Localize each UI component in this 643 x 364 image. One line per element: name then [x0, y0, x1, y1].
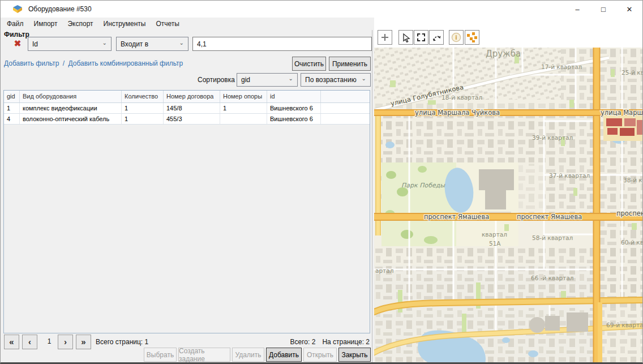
filter-section-label: Фильтр: [4, 31, 29, 38]
window-title: Оборудование #530: [28, 5, 92, 13]
total-pages-label: Всего страниц: 1: [96, 338, 148, 346]
menu-file[interactable]: Файл: [2, 18, 29, 29]
cell-quantity: 1: [122, 103, 164, 113]
info-icon[interactable]: i: [449, 30, 464, 45]
cell-contract: 145/8: [164, 103, 220, 113]
last-page-button[interactable]: »: [76, 335, 91, 349]
create-task-button: Создать задание: [178, 348, 230, 362]
map-label-q58: 58-й квартал: [532, 234, 573, 241]
remove-filter-icon[interactable]: ✖: [12, 38, 23, 49]
table-row[interactable]: 1 комплекс видеофиксации 1 145/8 1 Вишне…: [4, 103, 370, 114]
chevron-down-icon: ⌄: [102, 40, 107, 46]
map-label-park: Парк Победы: [401, 182, 445, 189]
menu-bar: Файл Импорт Экспорт Инструменты Отчеты: [1, 18, 372, 30]
next-page-button[interactable]: ›: [58, 335, 73, 349]
filter-field-value: Id: [32, 40, 38, 48]
map-label-q18: 18-й квартал: [441, 94, 482, 101]
first-page-button[interactable]: «: [4, 335, 19, 349]
map-label-q-left-cut: артал: [375, 267, 393, 274]
map-label-q39: 39-й квартал: [532, 134, 573, 141]
app-window: Оборудование #530 – □ ✕ Файл Импорт Эксп…: [0, 0, 643, 364]
cell-id: Вишневского 6: [267, 103, 321, 113]
map-label-yamasheva-2: проспект Ямашева: [517, 213, 582, 221]
select-button: Выбрать: [144, 348, 177, 362]
chevron-down-icon: ⌄: [362, 76, 366, 82]
maximize-button[interactable]: □: [590, 1, 616, 18]
map-label-q51-line2: 51А: [489, 240, 501, 247]
rect-select-icon[interactable]: [414, 30, 428, 45]
cell-type: комплекс видеофиксации: [20, 103, 122, 113]
map-label-q66: 66 -й квартал: [531, 275, 574, 281]
column-header-pole[interactable]: Номер опоры: [220, 91, 267, 102]
column-header-gid[interactable]: gid: [4, 91, 20, 102]
current-page: 1: [42, 337, 56, 345]
filter-field-dropdown[interactable]: Id ⌄: [28, 37, 112, 51]
minimize-button[interactable]: –: [564, 1, 590, 18]
column-header-quantity[interactable]: Количество: [122, 91, 164, 102]
map-label-q38: 38-й к: [623, 177, 642, 183]
clear-button[interactable]: Очистить: [292, 57, 326, 71]
column-header-filler: [321, 91, 370, 102]
link-separator: /: [61, 59, 66, 67]
table-row[interactable]: 4 волоконно-оптический кабель 1 455/3 Ви…: [4, 114, 370, 125]
map-canvas[interactable]: Дружба 17-й квартал 25-й кв улица Голубя…: [374, 48, 643, 364]
map-label-chuikova-right: улица Марш: [601, 109, 643, 117]
map-label-district: Дружба: [486, 49, 521, 59]
menu-tools[interactable]: Инструменты: [98, 18, 151, 29]
menu-export[interactable]: Экспорт: [62, 18, 98, 29]
apply-button[interactable]: Применить: [329, 57, 371, 71]
filter-value-input[interactable]: [192, 37, 372, 51]
data-panel: Фильтр ✖ Id ⌄ Входит в ⌄ Добавить фильтр…: [1, 30, 372, 364]
svg-text:i: i: [455, 35, 457, 41]
map-toolbar: i: [378, 30, 479, 45]
map-label-q17: 17-й квартал: [541, 63, 582, 70]
map-label-yamasheva-1: проспект Ямашева: [424, 213, 489, 221]
open-button: Открыть: [303, 348, 337, 362]
column-header-contract[interactable]: Номер договора: [164, 91, 220, 102]
curve-select-icon[interactable]: [429, 30, 444, 45]
map-label-q51-line1: квартал: [482, 231, 507, 238]
close-button[interactable]: ✕: [616, 1, 642, 18]
equipment-table: gid Вид оборудования Количество Номер до…: [3, 90, 370, 333]
cell-filler: [321, 103, 370, 113]
cell-contract: 455/3: [164, 114, 220, 124]
filter-operator-value: Входит в: [121, 40, 148, 48]
cell-gid: 1: [4, 103, 20, 113]
cell-quantity: 1: [122, 114, 164, 124]
sort-label: Сортировка: [198, 76, 234, 84]
prev-page-button[interactable]: ‹: [22, 335, 37, 349]
map-label-yamasheva-right: проспект Я: [616, 209, 643, 217]
fit-extent-icon[interactable]: [465, 30, 479, 45]
on-page-label: На странице: 2: [322, 338, 370, 346]
close-dialog-button[interactable]: Закрыть: [338, 348, 371, 362]
filter-links: Добавить фильтр / Добавить комбинированн…: [4, 59, 183, 67]
table-header: gid Вид оборудования Количество Номер до…: [4, 91, 370, 103]
add-combined-filter-link[interactable]: Добавить комбинированный фильтр: [68, 59, 183, 67]
delete-button: Удалить: [232, 348, 264, 362]
map-label-q60: 60-й кв: [621, 239, 643, 246]
cell-pole: [220, 114, 267, 124]
map-label-q25: 25-й кв: [621, 69, 643, 76]
menu-import[interactable]: Импорт: [29, 18, 63, 29]
cell-gid: 4: [4, 114, 20, 124]
cursor-select-icon[interactable]: [398, 30, 413, 45]
cell-filler: [321, 114, 370, 124]
sort-direction-dropdown[interactable]: По возрастанию ⌄: [301, 73, 371, 87]
title-bar: Оборудование #530 – □ ✕: [1, 1, 642, 18]
map-label-q69: 69-й кварта: [606, 322, 643, 328]
menu-reports[interactable]: Отчеты: [151, 18, 184, 29]
filter-operator-dropdown[interactable]: Входит в ⌄: [116, 37, 188, 51]
cell-type: волоконно-оптический кабель: [20, 114, 122, 124]
chevron-down-icon: ⌄: [289, 76, 293, 82]
add-filter-link[interactable]: Добавить фильтр: [4, 59, 59, 67]
sort-field-dropdown[interactable]: gid ⌄: [237, 73, 298, 87]
total-records-label: Всего: 2: [290, 338, 316, 346]
chevron-down-icon: ⌄: [179, 40, 184, 46]
map-panel: i: [374, 18, 643, 364]
cell-id: Вишневского 6: [267, 114, 321, 124]
sort-field-value: gid: [241, 76, 250, 84]
column-header-id[interactable]: id: [267, 91, 321, 102]
add-button[interactable]: Добавить: [266, 348, 302, 362]
column-header-type[interactable]: Вид оборудования: [20, 91, 122, 102]
crosshair-add-icon[interactable]: [378, 30, 392, 45]
